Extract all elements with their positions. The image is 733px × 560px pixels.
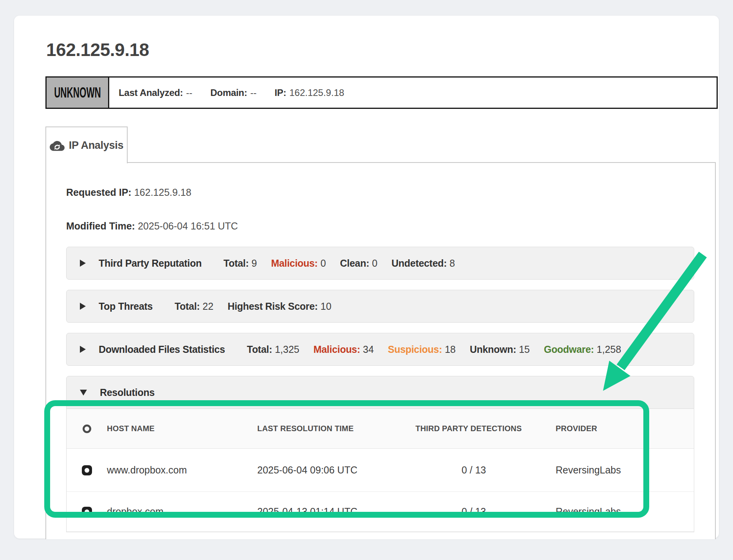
page-title: 162.125.9.18	[46, 39, 149, 60]
stat-total: Total:9	[224, 258, 257, 269]
accordion-third-party-reputation[interactable]: Third Party Reputation Total:9 Malicious…	[66, 247, 694, 280]
accordion-resolutions[interactable]: Resolutions	[66, 376, 694, 409]
column-third-party-detections: THIRD PARTY DETECTIONS	[415, 424, 556, 433]
modified-time-line: Modified Time:2025-06-04 16:51 UTC	[66, 219, 238, 233]
status-field-domain: Domain:--	[210, 87, 256, 98]
column-last-resolution-time: LAST RESOLUTION TIME	[257, 424, 415, 433]
content-card: 162.125.9.18 UNKNOWN Last Analyzed:-- Do…	[14, 16, 719, 538]
expand-right-icon	[80, 346, 86, 353]
accordion-top-threats[interactable]: Top Threats Total:22 Highest Risk Score:…	[66, 290, 694, 323]
status-field-last-analyzed: Last Analyzed:--	[119, 87, 192, 98]
column-provider: PROVIDER	[556, 424, 694, 433]
accordion-stats: Total:9 Malicious:0 Clean:0 Undetected:8	[224, 258, 455, 269]
expand-down-icon	[80, 390, 87, 396]
third-party-detections-cell: 0 / 13	[415, 506, 556, 517]
third-party-detections-cell: 0 / 13	[415, 464, 556, 476]
stat-malicious: Malicious:0	[271, 258, 326, 269]
host-node-icon	[82, 465, 92, 475]
stat-goodware: Goodware:1,258	[544, 344, 621, 355]
status-field-ip: IP:162.125.9.18	[274, 87, 344, 98]
column-host-name: HOST NAME	[107, 424, 257, 433]
ip-analysis-panel: Requested IP:162.125.9.18 Modified Time:…	[45, 162, 716, 539]
stat-clean: Clean:0	[340, 258, 377, 269]
page: 162.125.9.18 UNKNOWN Last Analyzed:-- Do…	[0, 0, 733, 560]
status-fields: Last Analyzed:-- Domain:-- IP:162.125.9.…	[109, 78, 344, 108]
stat-total: Total:22	[175, 301, 213, 312]
accordion-stats: Total:1,325 Malicious:34 Suspicious:18 U…	[247, 344, 621, 355]
accordion-stats: Total:22 Highest Risk Score:10	[175, 301, 332, 312]
resolutions-table-header: HOST NAME LAST RESOLUTION TIME THIRD PAR…	[67, 409, 694, 449]
stat-undetected: Undetected:8	[392, 258, 455, 269]
host-ring-icon	[83, 425, 91, 433]
host-node-icon	[82, 507, 92, 517]
expand-right-icon	[80, 303, 86, 310]
classification-badge-label: UNKNOWN	[54, 85, 101, 101]
table-row[interactable]: www.dropbox.com 2025-06-04 09:06 UTC 0 /…	[67, 449, 694, 492]
stat-suspicious: Suspicious:18	[388, 344, 456, 355]
accordion-downloaded-files-statistics[interactable]: Downloaded Files Statistics Total:1,325 …	[66, 333, 694, 366]
resolutions-section: Resolutions HOST NAME LAST RESOLUTION TI…	[66, 376, 694, 532]
stat-total: Total:1,325	[247, 344, 300, 355]
resolutions-table: HOST NAME LAST RESOLUTION TIME THIRD PAR…	[66, 409, 694, 532]
stat-unknown: Unknown:15	[470, 344, 530, 355]
requested-ip-line: Requested IP:162.125.9.18	[66, 186, 191, 199]
stat-malicious: Malicious:34	[313, 344, 374, 355]
expand-right-icon	[80, 260, 86, 267]
tab-ip-analysis-label: IP Analysis	[69, 139, 123, 152]
provider-cell: ReversingLabs	[556, 464, 694, 476]
provider-cell: ReversingLabs	[556, 506, 694, 517]
host-name-cell: www.dropbox.com	[107, 464, 257, 476]
last-resolution-time-cell: 2025-06-04 09:06 UTC	[257, 464, 415, 476]
last-resolution-time-cell: 2025-04-13 01:14 UTC	[257, 506, 415, 517]
host-name-cell: dropbox.com	[107, 506, 257, 517]
classification-badge: UNKNOWN	[47, 78, 109, 108]
cloud-sync-icon	[50, 139, 65, 151]
tab-ip-analysis[interactable]: IP Analysis	[45, 126, 128, 163]
status-bar: UNKNOWN Last Analyzed:-- Domain:-- IP:16…	[45, 76, 718, 109]
stat-highest-risk-score: Highest Risk Score:10	[227, 301, 331, 312]
table-row[interactable]: dropbox.com 2025-04-13 01:14 UTC 0 / 13 …	[67, 492, 694, 532]
